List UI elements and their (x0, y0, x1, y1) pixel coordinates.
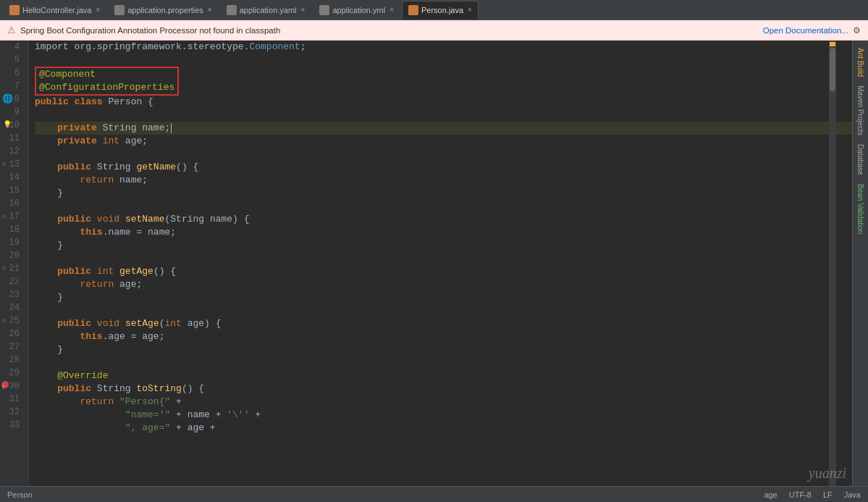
code-line-30: public String toString() { (35, 382, 852, 396)
code-line-22: return age; (35, 278, 852, 291)
code-line-33: ", age=" + age + (35, 422, 852, 435)
scrollbar[interactable] (829, 41, 836, 486)
gutter-line-11: 11 (0, 132, 24, 145)
code-line-32: "name='" + name + '\'' + (35, 409, 852, 422)
code-line-28 (35, 356, 852, 369)
scroll-marker (830, 42, 835, 46)
tab-appyml-close[interactable]: × (389, 6, 394, 14)
props-file-icon (114, 5, 125, 15)
tab-appyml-label: application.yml (332, 6, 385, 14)
code-line-10: private String name; (35, 122, 852, 135)
gutter-line-17: ⊟ 17 (0, 210, 24, 223)
code-line-19: } (35, 239, 852, 252)
tab-person-close[interactable]: × (468, 6, 472, 14)
open-documentation-link[interactable]: Open Documentation... (763, 26, 848, 35)
code-line-14: return name; (35, 174, 852, 187)
gutter-line-7: 7 (0, 80, 24, 93)
line-numbers-gutter: 4 5 6 7 🌐 8 9 💡 10 11 12 ⊟ 13 14 15 16 ⊟… (0, 41, 29, 486)
tab-person-label: Person.java (421, 6, 463, 14)
gutter-line-23: 23 (0, 288, 24, 301)
tab-appprops-close[interactable]: × (208, 6, 212, 14)
code-line-15: } (35, 187, 852, 200)
gutter-line-15: 15 (0, 184, 24, 197)
code-line-29: @Override (35, 369, 852, 382)
tab-appprops-label: application.properties (127, 6, 203, 14)
code-line-7: @ConfigurationProperties (39, 81, 174, 94)
code-line-12 (35, 148, 852, 161)
status-bar: Person age UTF-8 LF Java (0, 486, 868, 502)
status-encoding: UTF-8 (789, 490, 812, 499)
status-cursor-pos: age (764, 490, 777, 499)
gutter-line-24: 24 (0, 301, 24, 314)
tab-hello-close[interactable]: × (96, 6, 100, 14)
yml-file-icon (319, 5, 329, 15)
code-line-26: this.age = age; (35, 330, 852, 343)
code-line-17: public void setName(String name) { (35, 213, 852, 226)
gutter-line-26: 26 (0, 327, 24, 340)
code-line-9 (35, 109, 852, 122)
gutter-line-9: 9 (0, 106, 24, 119)
code-content: import org.springframework.stereotype.Co… (29, 41, 852, 435)
tab-appyaml1-close[interactable]: × (301, 6, 306, 14)
person-java-file-icon (408, 5, 418, 15)
gutter-line-8: 🌐 8 (0, 93, 24, 106)
status-class-name: Person (7, 490, 33, 499)
tab-appyaml1-label: application.yaml (240, 6, 297, 14)
gutter-line-28: 28 (0, 354, 24, 367)
code-line-18: this.name = name; (35, 226, 852, 239)
settings-icon[interactable]: ⚙ (853, 25, 861, 35)
code-line-8: public class Person { (35, 96, 852, 109)
bean-validation-tool[interactable]: Bean Validation (855, 180, 866, 238)
code-line-13: public String getName() { (35, 161, 852, 174)
editor-container: 4 5 6 7 🌐 8 9 💡 10 11 12 ⊟ 13 14 15 16 ⊟… (0, 41, 868, 486)
tab-appyaml1[interactable]: application.yaml × (220, 1, 312, 20)
gutter-line-10: 💡 10 (0, 119, 24, 132)
gutter-line-5: 5 (0, 54, 24, 67)
gutter-line-12: 12 (0, 145, 24, 158)
code-line-23: } (35, 291, 852, 304)
gutter-line-18: 18 (0, 223, 24, 236)
code-line-11: private int age; (35, 135, 852, 148)
side-tools-panel: Ant Build Maven Projects Database Bean V… (852, 41, 868, 486)
code-line-20 (35, 252, 852, 265)
code-line-16 (35, 200, 852, 213)
status-language: Java (844, 490, 861, 499)
warning-text: Spring Boot Configuration Annotation Pro… (20, 26, 280, 35)
tab-person[interactable]: Person.java × (402, 1, 479, 20)
gutter-line-19: 19 (0, 236, 24, 249)
tab-appyml[interactable]: application.yml × (313, 1, 400, 20)
status-right: age UTF-8 LF Java (764, 490, 861, 499)
gutter-line-32: 32 (0, 406, 24, 419)
gutter-line-31: 31 (0, 393, 24, 406)
maven-projects-tool[interactable]: Maven Projects (855, 81, 866, 140)
status-line-ending: LF (823, 490, 833, 499)
ant-build-tool[interactable]: Ant Build (855, 43, 866, 81)
code-line-6: @Component (39, 68, 174, 81)
tab-hello-label: HelloController.java (22, 6, 91, 14)
gutter-line-6: 6 (0, 67, 24, 80)
gutter-line-30: ! 30 (0, 380, 24, 393)
code-line-4: import org.springframework.stereotype.Co… (35, 41, 852, 54)
gutter-line-21: ⊟ 21 (0, 262, 24, 275)
gutter-line-22: 22 (0, 275, 24, 288)
code-line-5 (35, 54, 852, 67)
tab-appprops[interactable]: application.properties × (108, 1, 218, 20)
code-line-27: } (35, 343, 852, 356)
tab-bar: HelloController.java × application.prope… (0, 0, 868, 20)
scroll-thumb[interactable] (830, 48, 835, 91)
code-editor[interactable]: import org.springframework.stereotype.Co… (29, 41, 852, 486)
code-line-24 (35, 304, 852, 317)
database-tool[interactable]: Database (855, 140, 866, 180)
gutter-line-33: 33 (0, 419, 24, 432)
gutter-line-13: ⊟ 13 (0, 158, 24, 171)
gutter-line-20: 20 (0, 249, 24, 262)
gutter-line-14: 14 (0, 171, 24, 184)
gutter-line-16: 16 (0, 197, 24, 210)
gutter-line-4: 4 (0, 41, 24, 54)
warning-icon: ⚠ (7, 25, 16, 35)
java-file-icon (9, 5, 20, 15)
gutter-line-27: 27 (0, 340, 24, 354)
tab-hello[interactable]: HelloController.java × (3, 1, 106, 20)
code-line-21: public int getAge() { (35, 265, 852, 278)
warning-bar: ⚠ Spring Boot Configuration Annotation P… (0, 20, 868, 41)
